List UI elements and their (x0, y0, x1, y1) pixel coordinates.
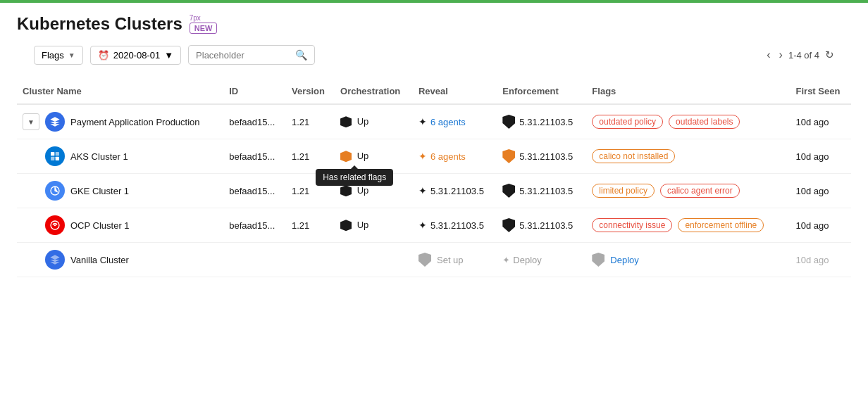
first-seen: 10d ago (790, 174, 851, 208)
orchestration-cell: Up (335, 104, 413, 139)
title-row: Kubernetes Clusters 7px NEW (17, 14, 851, 34)
flag-tag: enforcement offline (678, 218, 764, 232)
flags-cell: connectivity issue enforcement offline (586, 208, 790, 243)
shield-icon (502, 115, 515, 129)
table-row: ▼ Payment Application Production befaad1… (17, 104, 851, 139)
enforcement-version: 5.31.21103.5 (519, 186, 573, 196)
cluster-name-label: Payment Application Production (70, 117, 200, 127)
first-seen: 10d ago (790, 243, 851, 277)
pagination: ‹ › 1-4 of 4 ↻ (764, 47, 834, 63)
search-wrap: 🔍 (188, 45, 315, 65)
table-row: GKE Cluster 1 befaad15... 1.21 Up ✦ 5.31… (17, 174, 851, 208)
reveal-value: 5.31.21103.5 (430, 220, 484, 231)
svg-rect-3 (56, 157, 59, 160)
table-header: Cluster Name ID Version Orchestration Re… (17, 79, 851, 104)
flag-tag: calico not installed (592, 149, 675, 163)
next-page-button[interactable]: › (776, 47, 786, 63)
table-row: OCP Cluster 1 befaad15... 1.21 Up ✦ 5.31… (17, 208, 851, 243)
flag-tag: connectivity issue (592, 218, 672, 232)
page-title: Kubernetes Clusters (17, 14, 182, 34)
deploy-link-1[interactable]: ✦ Deploy (502, 255, 581, 265)
flag-tag: calico agent error (660, 184, 740, 198)
deploy-icon-1: ✦ (502, 255, 510, 265)
cluster-version: 1.21 (286, 208, 335, 243)
chevron-down-icon-date: ▼ (164, 50, 173, 61)
tag-icon (340, 151, 352, 162)
prev-page-button[interactable]: ‹ (764, 47, 773, 63)
th-orchestration: Orchestration (335, 79, 413, 104)
reveal-cell: Set up (413, 243, 497, 277)
new-badge-wrap: 7px NEW (190, 14, 218, 34)
reveal-cell: ✦ 6 agents (413, 104, 497, 139)
cluster-name-label: OCP Cluster 1 (70, 220, 130, 231)
first-seen: 10d ago (790, 139, 851, 174)
th-reveal: Reveal (413, 79, 497, 104)
flags-cell: limited policy calico agent error (586, 174, 790, 208)
date-filter-button[interactable]: ⏰ 2020-08-01 ▼ (90, 46, 181, 65)
deploy-link-2[interactable]: Deploy (592, 253, 784, 267)
cluster-version: 1.21 (286, 139, 335, 174)
orchestration-cell (335, 243, 413, 277)
tag-icon (340, 220, 352, 231)
table-row: AKS Cluster 1 befaad15... 1.21 Up Has re… (17, 139, 851, 174)
date-label: 2020-08-01 (113, 50, 161, 61)
cluster-id: befaad15... (223, 174, 286, 208)
table-row-vanilla: Vanilla Cluster Set up ✦ Deploy (17, 243, 851, 277)
tag-icon (340, 185, 352, 196)
pagination-label: 1-4 of 4 (788, 50, 819, 61)
new-badge: NEW (190, 23, 218, 34)
shield-icon-disabled (592, 253, 604, 267)
orchestration-status: Up (357, 116, 369, 127)
reveal-value: 5.31.21103.5 (430, 186, 484, 196)
flags-filter-button[interactable]: Flags ▼ (34, 46, 83, 65)
refresh-button[interactable]: ↻ (825, 49, 834, 61)
setup-link[interactable]: Set up (418, 253, 491, 267)
cluster-name-cell: Vanilla Cluster (17, 243, 223, 277)
agents-icon: ✦ (418, 151, 427, 162)
shield-icon (502, 218, 515, 232)
cluster-icon (45, 215, 65, 235)
agents-icon: ✦ (418, 220, 427, 231)
cluster-id: befaad15... (223, 104, 286, 139)
expand-button[interactable]: ▼ (23, 113, 39, 130)
search-input[interactable] (196, 50, 291, 61)
header: Kubernetes Clusters 7px NEW Flags ▼ ⏰ 20… (0, 3, 868, 79)
cluster-name-cell: AKS Cluster 1 (17, 139, 223, 174)
cluster-icon (45, 250, 65, 270)
tooltip: Has related flags (316, 169, 393, 186)
th-first-seen: First Seen (790, 79, 851, 104)
first-seen: 10d ago (790, 104, 851, 139)
svg-rect-0 (51, 152, 54, 156)
clusters-table: Cluster Name ID Version Orchestration Re… (17, 79, 851, 277)
enforcement-version: 5.31.21103.5 (519, 151, 573, 162)
cluster-version (286, 243, 335, 277)
shield-icon (502, 184, 515, 198)
th-version: Version (286, 79, 335, 104)
search-button[interactable]: 🔍 (295, 49, 307, 61)
cluster-version: 1.21 (286, 104, 335, 139)
agents-link[interactable]: 6 agents (430, 151, 466, 162)
flags-cell: outdated policy outdated labels (586, 104, 790, 139)
cluster-id (223, 243, 286, 277)
flags-label: Flags (42, 50, 64, 61)
orchestration-status: Up (357, 185, 369, 196)
flag-tag: limited policy (592, 184, 655, 198)
cluster-name-cell: OCP Cluster 1 (17, 208, 223, 243)
cluster-icon (45, 181, 65, 201)
tag-icon-disabled (418, 253, 431, 267)
flags-cell: calico not installed (586, 139, 790, 174)
th-flags: Flags (586, 79, 790, 104)
orchestration-cell: Up Has related flags (335, 139, 413, 174)
table-body: ▼ Payment Application Production befaad1… (17, 104, 851, 277)
agents-icon: ✦ (418, 185, 427, 196)
chevron-down-icon: ▼ (68, 51, 75, 59)
agents-link[interactable]: 6 agents (430, 117, 466, 127)
reveal-cell: ✦ 5.31.21103.5 (413, 174, 497, 208)
cluster-name-label: GKE Cluster 1 (70, 186, 129, 196)
tag-icon (340, 116, 352, 127)
svg-point-6 (54, 225, 56, 227)
cluster-id: befaad15... (223, 208, 286, 243)
cluster-icon (45, 112, 65, 132)
th-cluster-name: Cluster Name (17, 79, 223, 104)
flags-cell: Deploy (586, 243, 790, 277)
